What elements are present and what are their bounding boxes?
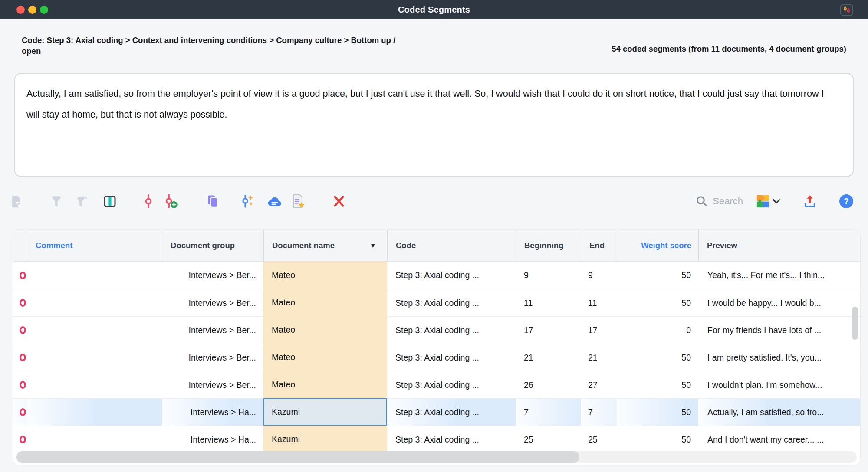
code-with-new-code-button[interactable]	[161, 192, 180, 211]
search-field[interactable]: Search	[695, 195, 743, 208]
end-cell[interactable]: 25	[581, 426, 617, 453]
code-cell[interactable]: Step 3: Axial coding ...	[387, 289, 516, 316]
integrations-button[interactable]	[756, 192, 780, 211]
column-header-beginning[interactable]: Beginning	[516, 230, 581, 261]
beginning-cell[interactable]: 25	[516, 426, 581, 453]
code-button[interactable]	[139, 192, 158, 211]
document-name-cell[interactable]: Kazumi	[263, 426, 387, 453]
copy-button[interactable]	[203, 192, 222, 211]
weight-score-cell[interactable]: 50	[617, 262, 698, 289]
ai-assist-coding-button[interactable]	[237, 192, 256, 211]
document-group-cell[interactable]: Interviews > Ha...	[162, 426, 263, 453]
beginning-cell[interactable]: 17	[516, 316, 581, 344]
document-group-cell[interactable]: Interviews > Ber...	[162, 344, 263, 371]
coded-segment-circle-icon[interactable]	[20, 326, 26, 334]
column-header-weight-score[interactable]: Weight score	[617, 230, 698, 261]
code-cell[interactable]: Step 3: Axial coding ...	[387, 398, 516, 426]
preview-cell[interactable]: For my friends I have lots of ...	[698, 316, 860, 344]
end-cell[interactable]: 21	[581, 344, 617, 371]
segment-text-box[interactable]: Actually, I am satisfied, so from the em…	[14, 73, 854, 177]
select-columns-button[interactable]	[100, 192, 119, 211]
end-cell[interactable]: 27	[581, 371, 617, 398]
smart-coding-button[interactable]	[289, 192, 308, 211]
comment-cell[interactable]	[27, 371, 162, 398]
weight-score-cell[interactable]: 50	[617, 289, 698, 316]
column-header-code[interactable]: Code	[387, 230, 516, 261]
coded-segment-cell[interactable]	[13, 371, 27, 398]
end-cell[interactable]: 7	[581, 398, 617, 426]
code-cell[interactable]: Step 3: Axial coding ...	[387, 344, 516, 371]
horizontal-scrollbar[interactable]	[16, 451, 857, 463]
help-button[interactable]: ?	[839, 194, 853, 208]
coded-segment-cell[interactable]	[13, 426, 27, 453]
coded-segment-circle-icon[interactable]	[20, 408, 26, 416]
comment-cell[interactable]	[27, 344, 162, 371]
minimize-window-button[interactable]	[28, 6, 36, 14]
beginning-cell[interactable]: 9	[516, 262, 581, 289]
coded-segment-cell[interactable]	[13, 344, 27, 371]
preview-cell[interactable]: And I don't want my career... ...	[698, 426, 860, 453]
beginning-cell[interactable]: 21	[516, 344, 581, 371]
coded-segments-panel-icon[interactable]	[840, 4, 853, 16]
weight-score-cell[interactable]: 50	[617, 371, 698, 398]
beginning-cell[interactable]: 7	[516, 398, 581, 426]
coded-segment-circle-icon[interactable]	[20, 381, 26, 389]
column-header-document-group[interactable]: Document group	[162, 230, 263, 261]
column-header-document-name[interactable]: Document name ▼	[263, 230, 387, 261]
table-row[interactable]: Interviews > Ber...MateoStep 3: Axial co…	[13, 371, 860, 398]
preview-cell[interactable]: Yeah, it's... For me it's... I thin...	[698, 262, 860, 289]
coded-segment-cell[interactable]	[13, 262, 27, 289]
close-window-button[interactable]	[16, 6, 25, 14]
comment-cell[interactable]	[27, 316, 162, 344]
document-group-cell[interactable]: Interviews > Ber...	[162, 316, 263, 344]
coded-segment-cell[interactable]	[13, 316, 27, 344]
table-row[interactable]: Interviews > Ber...MateoStep 3: Axial co…	[13, 262, 860, 289]
zoom-window-button[interactable]	[40, 6, 48, 14]
document-group-cell[interactable]: Interviews > Ha...	[162, 398, 263, 426]
coded-segment-circle-icon[interactable]	[20, 272, 26, 279]
table-row[interactable]: Interviews > Ha...KazumiStep 3: Axial co…	[13, 426, 860, 453]
comment-cell[interactable]	[27, 262, 162, 289]
reset-filter-button[interactable]	[72, 192, 91, 211]
table-row[interactable]: Interviews > Ber...MateoStep 3: Axial co…	[13, 344, 860, 371]
preview-cell[interactable]: I would be happy... I would b...	[698, 289, 860, 316]
document-group-cell[interactable]: Interviews > Ber...	[162, 262, 263, 289]
vertical-scrollbar-thumb[interactable]	[852, 307, 858, 340]
coded-segment-circle-icon[interactable]	[20, 436, 26, 443]
export-button[interactable]	[800, 192, 819, 211]
coded-segment-cell[interactable]	[13, 398, 27, 426]
table-row[interactable]: Interviews > Ha...KazumiStep 3: Axial co…	[13, 398, 860, 426]
delete-button[interactable]	[329, 192, 349, 211]
code-cell[interactable]: Step 3: Axial coding ...	[387, 262, 516, 289]
weight-score-cell[interactable]: 50	[617, 426, 698, 453]
code-cell[interactable]: Step 3: Axial coding ...	[387, 316, 516, 344]
coded-segment-cell[interactable]	[13, 289, 27, 316]
column-header-end[interactable]: End	[581, 230, 617, 261]
document-name-cell[interactable]: Mateo	[263, 371, 387, 398]
column-header-preview[interactable]: Preview	[698, 230, 860, 261]
comment-cell[interactable]	[27, 398, 162, 426]
document-name-cell[interactable]: Mateo	[263, 316, 387, 344]
weight-score-cell[interactable]: 50	[617, 398, 698, 426]
code-cell[interactable]: Step 3: Axial coding ...	[387, 371, 516, 398]
document-group-cell[interactable]: Interviews > Ber...	[162, 371, 263, 398]
comment-cell[interactable]	[27, 289, 162, 316]
cloud-button[interactable]	[265, 192, 284, 211]
column-header-comment[interactable]: Comment	[27, 230, 162, 261]
preview-cell[interactable]: I wouldn't plan. I'm somehow...	[698, 371, 860, 398]
open-document-button[interactable]	[7, 192, 26, 211]
document-name-cell[interactable]: Mateo	[263, 289, 387, 316]
end-cell[interactable]: 17	[581, 316, 617, 344]
coded-segment-circle-icon[interactable]	[20, 299, 26, 307]
weight-score-cell[interactable]: 0	[617, 316, 698, 344]
document-name-cell[interactable]: Kazumi	[263, 398, 387, 426]
beginning-cell[interactable]: 11	[516, 289, 581, 316]
end-cell[interactable]: 9	[581, 262, 617, 289]
document-group-cell[interactable]: Interviews > Ber...	[162, 289, 263, 316]
document-name-cell[interactable]: Mateo	[263, 344, 387, 371]
table-row[interactable]: Interviews > Ber...MateoStep 3: Axial co…	[13, 289, 860, 316]
document-name-cell[interactable]: Mateo	[263, 262, 387, 289]
preview-cell[interactable]: I am pretty satisfied. It's, you...	[698, 344, 860, 371]
code-cell[interactable]: Step 3: Axial coding ...	[387, 426, 516, 453]
beginning-cell[interactable]: 26	[516, 371, 581, 398]
